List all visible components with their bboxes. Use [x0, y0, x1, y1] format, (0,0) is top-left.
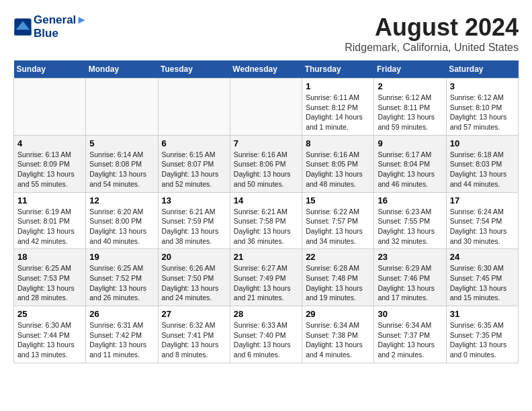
calendar-cell: 25Sunrise: 6:30 AM Sunset: 7:44 PM Dayli… [14, 306, 86, 363]
day-info: Sunrise: 6:17 AM Sunset: 8:04 PM Dayligh… [378, 150, 442, 189]
calendar-cell: 1Sunrise: 6:11 AM Sunset: 8:12 PM Daylig… [302, 79, 374, 136]
day-number: 2 [378, 81, 442, 91]
day-number: 20 [162, 252, 226, 262]
page-header: General► Blue August 2024 Ridgemark, Cal… [13, 13, 519, 54]
day-number: 18 [17, 252, 82, 262]
day-info: Sunrise: 6:25 AM Sunset: 7:52 PM Dayligh… [89, 263, 154, 303]
day-of-week-header-row: SundayMondayTuesdayWednesdayThursdayFrid… [14, 60, 519, 79]
logo: General► Blue [13, 13, 87, 40]
day-number: 19 [89, 252, 154, 262]
day-info: Sunrise: 6:18 AM Sunset: 8:03 PM Dayligh… [450, 150, 515, 189]
day-info: Sunrise: 6:11 AM Sunset: 8:12 PM Dayligh… [306, 93, 370, 132]
day-info: Sunrise: 6:16 AM Sunset: 8:06 PM Dayligh… [234, 150, 298, 189]
calendar-cell [230, 79, 302, 136]
svg-rect-2 [14, 30, 31, 35]
calendar-cell: 11Sunrise: 6:19 AM Sunset: 8:01 PM Dayli… [14, 192, 86, 249]
calendar-cell: 17Sunrise: 6:24 AM Sunset: 7:54 PM Dayli… [446, 192, 518, 249]
day-number: 8 [306, 138, 370, 148]
calendar-cell: 8Sunrise: 6:16 AM Sunset: 8:05 PM Daylig… [302, 135, 374, 192]
calendar-cell: 28Sunrise: 6:33 AM Sunset: 7:40 PM Dayli… [230, 306, 302, 363]
day-info: Sunrise: 6:21 AM Sunset: 7:58 PM Dayligh… [234, 207, 298, 246]
day-number: 7 [234, 138, 298, 148]
week-row-5: 25Sunrise: 6:30 AM Sunset: 7:44 PM Dayli… [14, 306, 519, 363]
calendar-cell [14, 79, 86, 136]
subtitle: Ridgemark, California, United States [345, 42, 519, 54]
main-title: August 2024 [345, 13, 519, 42]
day-number: 1 [306, 81, 370, 91]
calendar-cell: 2Sunrise: 6:12 AM Sunset: 8:11 PM Daylig… [374, 79, 446, 136]
day-info: Sunrise: 6:22 AM Sunset: 7:57 PM Dayligh… [306, 207, 370, 246]
day-header-friday: Friday [374, 60, 446, 79]
day-header-monday: Monday [86, 60, 158, 79]
week-row-3: 11Sunrise: 6:19 AM Sunset: 8:01 PM Dayli… [14, 192, 519, 249]
calendar-cell: 21Sunrise: 6:27 AM Sunset: 7:49 PM Dayli… [230, 249, 302, 306]
day-header-wednesday: Wednesday [230, 60, 302, 79]
day-info: Sunrise: 6:21 AM Sunset: 7:59 PM Dayligh… [162, 207, 226, 246]
calendar-cell: 7Sunrise: 6:16 AM Sunset: 8:06 PM Daylig… [230, 135, 302, 192]
calendar-body: 1Sunrise: 6:11 AM Sunset: 8:12 PM Daylig… [14, 79, 519, 363]
day-info: Sunrise: 6:30 AM Sunset: 7:44 PM Dayligh… [17, 320, 82, 360]
calendar-cell: 19Sunrise: 6:25 AM Sunset: 7:52 PM Dayli… [86, 249, 158, 306]
day-header-sunday: Sunday [14, 60, 86, 79]
calendar-cell: 10Sunrise: 6:18 AM Sunset: 8:03 PM Dayli… [446, 135, 518, 192]
day-info: Sunrise: 6:15 AM Sunset: 8:07 PM Dayligh… [162, 150, 226, 189]
day-header-thursday: Thursday [302, 60, 374, 79]
day-number: 28 [234, 309, 298, 319]
calendar-cell: 3Sunrise: 6:12 AM Sunset: 8:10 PM Daylig… [446, 79, 518, 136]
day-info: Sunrise: 6:19 AM Sunset: 8:01 PM Dayligh… [17, 207, 82, 246]
day-info: Sunrise: 6:23 AM Sunset: 7:55 PM Dayligh… [378, 207, 442, 246]
calendar-cell: 9Sunrise: 6:17 AM Sunset: 8:04 PM Daylig… [374, 135, 446, 192]
day-number: 30 [378, 309, 442, 319]
day-info: Sunrise: 6:12 AM Sunset: 8:11 PM Dayligh… [378, 93, 442, 132]
day-info: Sunrise: 6:34 AM Sunset: 7:37 PM Dayligh… [378, 320, 442, 360]
calendar-cell: 4Sunrise: 6:13 AM Sunset: 8:09 PM Daylig… [14, 135, 86, 192]
calendar-cell: 24Sunrise: 6:30 AM Sunset: 7:45 PM Dayli… [446, 249, 518, 306]
logo-line2: Blue [34, 27, 87, 40]
calendar-cell: 29Sunrise: 6:34 AM Sunset: 7:38 PM Dayli… [302, 306, 374, 363]
calendar-cell: 31Sunrise: 6:35 AM Sunset: 7:35 PM Dayli… [446, 306, 518, 363]
calendar-cell: 26Sunrise: 6:31 AM Sunset: 7:42 PM Dayli… [86, 306, 158, 363]
day-number: 4 [17, 138, 82, 148]
day-info: Sunrise: 6:26 AM Sunset: 7:50 PM Dayligh… [162, 263, 226, 303]
calendar-cell: 13Sunrise: 6:21 AM Sunset: 7:59 PM Dayli… [158, 192, 230, 249]
day-info: Sunrise: 6:12 AM Sunset: 8:10 PM Dayligh… [450, 93, 515, 132]
day-number: 10 [450, 138, 515, 148]
day-info: Sunrise: 6:32 AM Sunset: 7:41 PM Dayligh… [162, 320, 226, 360]
week-row-2: 4Sunrise: 6:13 AM Sunset: 8:09 PM Daylig… [14, 135, 519, 192]
day-number: 29 [306, 309, 370, 319]
day-number: 3 [450, 81, 515, 91]
day-number: 26 [89, 309, 154, 319]
day-info: Sunrise: 6:29 AM Sunset: 7:46 PM Dayligh… [378, 263, 442, 303]
week-row-4: 18Sunrise: 6:25 AM Sunset: 7:53 PM Dayli… [14, 249, 519, 306]
day-number: 11 [17, 195, 82, 205]
day-number: 24 [450, 252, 515, 262]
day-number: 31 [450, 309, 515, 319]
calendar-table: SundayMondayTuesdayWednesdayThursdayFrid… [13, 60, 519, 363]
day-info: Sunrise: 6:27 AM Sunset: 7:49 PM Dayligh… [234, 263, 298, 303]
calendar-cell: 6Sunrise: 6:15 AM Sunset: 8:07 PM Daylig… [158, 135, 230, 192]
day-number: 5 [89, 138, 154, 148]
day-info: Sunrise: 6:24 AM Sunset: 7:54 PM Dayligh… [450, 207, 515, 246]
day-number: 23 [378, 252, 442, 262]
calendar-cell [158, 79, 230, 136]
title-area: August 2024 Ridgemark, California, Unite… [345, 13, 519, 54]
logo-icon [13, 17, 32, 36]
day-number: 12 [89, 195, 154, 205]
day-number: 13 [162, 195, 226, 205]
calendar-cell: 23Sunrise: 6:29 AM Sunset: 7:46 PM Dayli… [374, 249, 446, 306]
calendar-cell: 12Sunrise: 6:20 AM Sunset: 8:00 PM Dayli… [86, 192, 158, 249]
day-header-tuesday: Tuesday [158, 60, 230, 79]
calendar-cell: 27Sunrise: 6:32 AM Sunset: 7:41 PM Dayli… [158, 306, 230, 363]
day-info: Sunrise: 6:34 AM Sunset: 7:38 PM Dayligh… [306, 320, 370, 360]
day-number: 15 [306, 195, 370, 205]
day-header-saturday: Saturday [446, 60, 518, 79]
logo-line1: General► [34, 13, 87, 27]
day-info: Sunrise: 6:33 AM Sunset: 7:40 PM Dayligh… [234, 320, 298, 360]
day-info: Sunrise: 6:13 AM Sunset: 8:09 PM Dayligh… [17, 150, 82, 189]
day-number: 17 [450, 195, 515, 205]
day-number: 6 [162, 138, 226, 148]
day-info: Sunrise: 6:31 AM Sunset: 7:42 PM Dayligh… [89, 320, 154, 360]
calendar-cell: 16Sunrise: 6:23 AM Sunset: 7:55 PM Dayli… [374, 192, 446, 249]
day-number: 22 [306, 252, 370, 262]
day-number: 16 [378, 195, 442, 205]
